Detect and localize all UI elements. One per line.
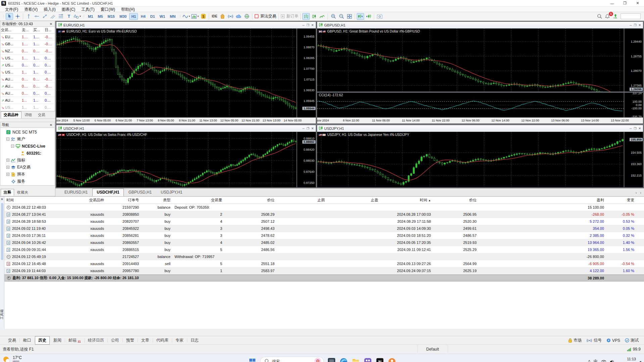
history-column-8[interactable]: 时间 ▲ [380, 198, 433, 203]
history-row[interactable]: 2024.09.12 16:45:48xauusds20914493sell52… [4, 260, 644, 267]
toolbox-tab-1[interactable]: 敞口 [20, 336, 35, 345]
chart-close-icon[interactable]: ✕ [311, 127, 314, 130]
ime-indicator[interactable]: 中 [594, 359, 598, 362]
chart-tab-eurusd[interactable]: EURUSD,H1 [60, 189, 92, 196]
taskbar-app-edge[interactable] [339, 357, 348, 362]
market-watch-tab-2[interactable]: 交易 [35, 111, 48, 118]
market-watch-row[interactable]: ↘NZ...0....0....-0.... [0, 48, 55, 55]
zoom-in-button[interactable] [330, 13, 337, 20]
history-row[interactable]: 2024.09.03 17:36:11xauusds20856281buy324… [4, 232, 644, 239]
history-column-5[interactable]: 价位 [224, 198, 277, 203]
chart-minimize-icon[interactable]: ─ [302, 127, 304, 130]
expand-icon[interactable]: + [6, 166, 9, 169]
shapes-tool-button[interactable]: ▾ [73, 13, 81, 20]
toolbox-scrollbar[interactable] [1, 203, 3, 260]
chart-window-titlebar[interactable]: USDJPY,H1─❐✕ [317, 125, 643, 132]
history-column-1[interactable]: 交易品种 [71, 198, 106, 203]
fibonacci-tool-button[interactable] [57, 13, 64, 20]
toolbox-tab-5[interactable]: 经济日历 [85, 336, 107, 345]
indicators-button[interactable]: ▾ [191, 13, 199, 20]
chart-restore-icon[interactable]: ❐ [634, 127, 636, 130]
history-row[interactable]: 2024.09.04 10:26:42xauusds20860557buy424… [4, 239, 644, 246]
status-item-signal[interactable]: 信号 [586, 338, 602, 343]
status-item-lock[interactable]: 市场 [568, 338, 582, 343]
tray-chevron-icon[interactable]: ^ [588, 359, 590, 362]
chart-restore-icon[interactable]: ❐ [634, 23, 636, 27]
history-row[interactable]: +2024.08.22 12:48:0321597290balanceDepos… [4, 204, 644, 211]
timeframe-button-m30[interactable]: M30 [117, 13, 129, 20]
chart-window-titlebar[interactable]: EURUSD,H1─❐✕ [56, 22, 316, 29]
market-button[interactable] [219, 13, 226, 20]
taskbar-app-explorer[interactable] [351, 357, 360, 362]
toolbox-tab-11[interactable]: 日志 [187, 336, 202, 345]
chart-window-usdchf[interactable]: USDCHF,H1─❐✕USDCHF, H1: US Dollar vs Swi… [56, 125, 316, 188]
toolbox-tab-6[interactable]: 公司 [108, 336, 122, 345]
market-watch-close-icon[interactable]: ✕ [49, 22, 53, 26]
toolbox-tab-2[interactable]: 历史 [35, 336, 50, 345]
chart-shift-button[interactable] [357, 13, 364, 20]
market-watch-column-0[interactable]: 交易... [0, 28, 21, 33]
market-watch-column-2[interactable]: 买... [33, 28, 44, 33]
market-watch-tab-1[interactable]: 详细 [21, 111, 35, 118]
zoom-out-button[interactable] [338, 13, 345, 20]
tray-clock[interactable]: 11:13 2024/11/14 [618, 357, 636, 362]
chart-window-titlebar[interactable]: GBPUSD,H1─❐✕ [317, 22, 643, 29]
market-watch-row[interactable]: ↗AU...1...1...0.... [0, 97, 55, 104]
vertical-line-tool-button[interactable] [25, 13, 32, 20]
toolbox-tab-10[interactable]: 专家 [172, 336, 187, 345]
history-row[interactable]: 2024.09.09 09:31:44xauusds20886515buy524… [4, 246, 644, 253]
market-watch-row[interactable]: ↘US...1...1...0.... [0, 69, 55, 76]
minimize-button[interactable]: — [606, 0, 618, 6]
navigator-item-2[interactable]: −NCESC-Live [0, 143, 55, 150]
navigator-item-6[interactable]: +脚本 [0, 171, 55, 178]
menu-item-5[interactable]: 窗口(W) [98, 7, 118, 12]
history-column-9[interactable]: 价位 [433, 198, 479, 203]
quotes-button[interactable]: $ [200, 13, 207, 20]
time-axis[interactable]: 8 Nov 20248 Nov 22:0011 Nov 06:0011 Nov … [317, 117, 643, 123]
metaeditor-ide-button[interactable]: IDE [211, 13, 218, 20]
chart-window-titlebar[interactable]: USDCHF,H1─❐✕ [56, 125, 316, 132]
notifications-button[interactable]: 1 [604, 13, 611, 20]
taskbar-app-purple[interactable] [363, 357, 372, 362]
text-tool-button[interactable]: T [65, 13, 72, 20]
history-row[interactable]: 2024.08.27 13:04:41xauusds20808850buy225… [4, 211, 644, 218]
expand-icon[interactable]: + [6, 173, 9, 176]
navigator-item-4[interactable]: +指标 [0, 157, 55, 164]
toolbar-search-input[interactable] [621, 13, 641, 19]
line-studies-button[interactable]: ▾ [182, 13, 190, 20]
chart-restore-icon[interactable]: ❐ [306, 23, 309, 27]
toolbox-tab-7[interactable]: 预警 [123, 336, 138, 345]
menu-item-0[interactable]: 文件(F) [2, 7, 21, 12]
horizontal-line-tool-button[interactable] [33, 13, 40, 20]
chart-minimize-icon[interactable]: ─ [630, 23, 632, 27]
chart-tab-gbpusd[interactable]: GBPUSD,H1 [124, 189, 156, 196]
market-watch-tab-0[interactable]: 交易品种 [1, 111, 21, 118]
screenshot-button[interactable] [376, 13, 383, 20]
toolbox-tab-9[interactable]: 代码库 [153, 336, 172, 345]
cursor-tool-button[interactable] [6, 13, 13, 20]
price-scale[interactable]: 1.094551.088701.082851.077001.071151.065… [297, 29, 316, 117]
market-watch-row[interactable]: ↗AU...0....0....-0.... [0, 83, 55, 90]
new-order-button[interactable]: 新订单 [280, 13, 299, 20]
market-watch-row[interactable]: ↘AU...0....0....0.... [0, 90, 55, 97]
chart-window-eurusd[interactable]: EURUSD,H1─❐✕EURUSD, H1: Euro vs US Dolla… [56, 21, 316, 124]
navigator-close-icon[interactable]: ✕ [49, 123, 53, 127]
navigator-item-3[interactable]: 603291: [0, 150, 55, 157]
collapse-icon[interactable]: − [6, 138, 9, 141]
time-axis[interactable]: 4 Nov 20245 Nov 13:006 Nov 05:006 Nov 21… [56, 117, 316, 123]
history-column-3[interactable]: 类型 [141, 198, 172, 203]
algo-trading-button[interactable]: 算法交易 [254, 13, 277, 20]
history-row[interactable]: 2024.08.28 18:58:53xauusds20820707buy425… [4, 218, 644, 225]
chart-window-usdjpy[interactable]: USDJPY,H1─❐✕USDJPY, H1: US Dollar vs Jap… [317, 125, 643, 188]
cloud-button[interactable] [235, 13, 242, 20]
tab-scroll-right-icon[interactable]: › [640, 191, 641, 195]
history-column-11[interactable]: 变更 [606, 198, 636, 203]
market-watch-row[interactable]: ↘AU...0....0....-0.... [0, 76, 55, 83]
timeframe-button-d1[interactable]: D1 [148, 13, 157, 20]
timeframe-button-h1[interactable]: H1 [129, 13, 138, 20]
history-column-10[interactable]: 盈利 [479, 198, 606, 203]
chart-close-icon[interactable]: ✕ [311, 23, 314, 27]
history-row[interactable]: 2024.09.19 11:44:03xauusds20957780buy125… [4, 267, 644, 274]
bar-chart-mode-button[interactable] [302, 13, 310, 20]
taskbar-app-mt5[interactable]: N [376, 357, 384, 362]
